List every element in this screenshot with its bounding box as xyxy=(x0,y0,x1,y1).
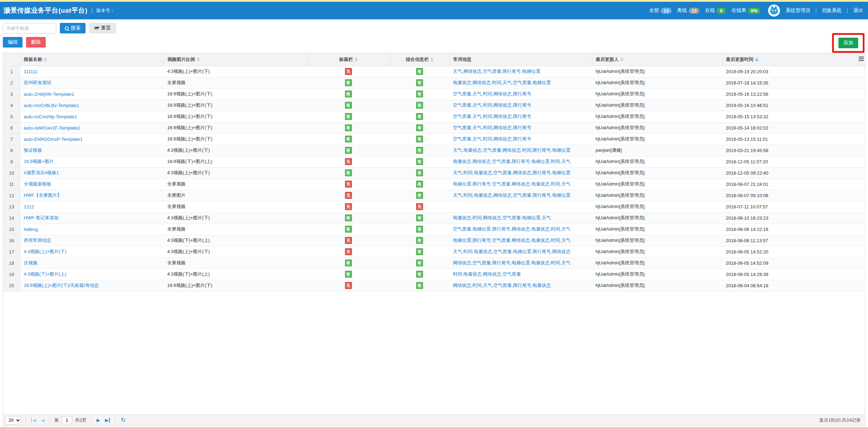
table-row[interactable]: 11111114:3视频(上)+图片(下)无有天气,网络状态,空气质量,限行尾号… xyxy=(3,66,866,77)
table-row[interactable]: 16所有常用信息4:3视频(下)+图片(上)无有电梯位置,限行尾号,空气质量,网… xyxy=(3,235,866,246)
template-name-link[interactable]: 16:9视频(上)+图片(下)/无标题/有信息 xyxy=(24,283,99,288)
table-row[interactable]: 14HWF-笔记本添加4:3视频(上)+图片(下)有有电量状态,时间,网络状态,… xyxy=(3,212,866,224)
table-row[interactable]: 8验证模板4:3视频(上)+图片(下)有有天气,电量状态,空气质量,网络状态,时… xyxy=(3,145,866,156)
switch-system-link[interactable]: 切换系统 xyxy=(822,7,842,14)
common-info-cell: 天气,电量状态,空气质量,网络状态,时间,限行尾号,电梯位置 xyxy=(449,145,592,156)
common-info-link[interactable]: 电梯位置,限行尾号,空气质量,网络状态,电量状态,时间,天气 xyxy=(453,238,571,243)
template-name-link[interactable]: 1212 xyxy=(24,204,34,209)
template-name-link[interactable]: 验证模板 xyxy=(24,147,42,153)
template-name-link[interactable]: 111111 xyxy=(24,69,38,74)
common-info-link[interactable]: 电量状态,时间,网络状态,空气质量,电梯位置,天气 xyxy=(453,215,551,220)
template-name-cell: HWF【全屏图片】 xyxy=(20,190,164,201)
stat-online: 在线 0 xyxy=(705,7,726,14)
common-info-link[interactable]: 天气,时间,电量状态,空气质量,网络状态,限行尾号,电梯位置 xyxy=(453,170,571,175)
table-row[interactable]: 916:9视频+图片16:9视频(下)+图片(上)无有电量状态,网络状态,空气质… xyxy=(3,156,866,167)
common-info-link[interactable]: 空气质量,天气,时间,网络状态,限行尾号 xyxy=(453,114,531,119)
last-update-time-cell: 2019-07-18 14:15:35 xyxy=(722,77,858,88)
common-info-link[interactable]: 网络状态,空气质量,限行尾号,电梯位置,电量状态,时间,天气 xyxy=(453,260,571,265)
table-row[interactable]: 18仅视频全屏视频有有网络状态,空气质量,限行尾号,电梯位置,电量状态,时间,天… xyxy=(3,257,866,269)
info-bar-badge: 有 xyxy=(416,282,423,289)
common-info-link[interactable]: 电梯位置,限行尾号,空气质量,网络状态,电量状态,时间,天气 xyxy=(453,181,571,187)
pagination-controls: 20 ◀ ◀ 第 共2页 ▶ ▶ ↻ xyxy=(5,416,127,425)
delete-button[interactable]: 删除 xyxy=(26,37,46,48)
user-name[interactable]: 系统管理员 xyxy=(786,7,810,14)
table-row[interactable]: 131212全屏视频无无hjUatAdmin[系统管理员]2018-07-11 … xyxy=(3,201,866,212)
version-label: 版本号： xyxy=(96,7,115,14)
next-page-button[interactable]: ▶ xyxy=(95,418,101,422)
search-button[interactable]: 搜索 xyxy=(60,23,86,33)
template-name-link[interactable]: 全视频新模板 xyxy=(24,181,51,187)
common-info-link[interactable]: 空气质量,天气,时间,网络状态,限行尾号 xyxy=(453,91,531,96)
page-number-input[interactable] xyxy=(62,416,72,424)
table-row[interactable]: 4auto-mcCn6LBv-Template116:9视频(上)+图片(下)有… xyxy=(3,100,866,111)
common-info-link[interactable]: 时间,电量状态,网络状态,空气质量 xyxy=(453,271,521,277)
info-bar-cell: 有 xyxy=(390,77,449,88)
title-bar-cell: 有 xyxy=(307,100,390,111)
common-info-link[interactable]: 空气质量,天气,时间,网络状态,限行尾号 xyxy=(453,102,531,108)
template-name-link[interactable]: #灏景演示#模板1 xyxy=(24,170,59,175)
template-name-link[interactable]: 4:3视频(上)+图片(下) xyxy=(24,249,67,254)
template-name-link[interactable]: auto-zeWCwv1F-Template1 xyxy=(24,125,80,131)
columns-menu-header[interactable] xyxy=(858,53,866,66)
table-row[interactable]: 3auto-ZriWjXlh-Template116:9视频(上)+图片(下)有… xyxy=(3,88,866,100)
common-info-link[interactable]: 电量状态,网络状态,时间,天气,空气质量,电梯位置 xyxy=(453,80,551,85)
common-info-link[interactable]: 网络状态,时间,天气,空气质量,限行尾号,电量状态 xyxy=(453,283,551,288)
last-page-button[interactable]: ▶ xyxy=(104,418,111,422)
template-name-link[interactable]: 苏州研发测试 xyxy=(24,80,51,85)
table-row[interactable]: 6auto-zeWCwv1F-Template116:9视频(上)+图片(下)有… xyxy=(3,122,866,133)
table-row[interactable]: 15hafeng全屏视频有有空气质量,电梯位置,限行尾号,网络状态,电量状态,时… xyxy=(3,224,866,235)
last-update-time-cell: 2019-03-21 19:45:58 xyxy=(722,145,858,156)
row-menu-cell xyxy=(858,66,866,77)
col-header-title-bar[interactable]: 标题栏 xyxy=(307,53,390,66)
template-name-link[interactable]: auto-rciCmzNp-Template1 xyxy=(24,114,77,119)
template-name-link[interactable]: HWF-笔记本添加 xyxy=(24,215,59,220)
title-bar-cell: 有 xyxy=(307,122,390,133)
common-info-link[interactable]: 空气质量,电梯位置,限行尾号,网络状态,电量状态,时间,天气 xyxy=(453,226,571,232)
title-bar-badge: 有 xyxy=(345,226,352,233)
template-name-link[interactable]: auto-mcCn6LBv-Template1 xyxy=(24,103,80,108)
reset-button[interactable]: 重置 xyxy=(89,23,116,33)
table-row[interactable]: 194:3视频(下)+图片(上)4:3视频(下)+图片(上)有有时间,电量状态,… xyxy=(3,269,866,280)
common-info-link[interactable]: 天气,时间,电量状态,网络状态,空气质量,限行尾号,电梯位置 xyxy=(453,193,571,198)
row-menu-cell xyxy=(858,235,866,246)
common-info-link[interactable]: 天气,时间,电量状态,空气质量,电梯位置,限行尾号,网络状态 xyxy=(453,249,571,254)
table-row[interactable]: 2016:9视频(上)+图片(下)/无标题/有信息16:9视频(上)+图片(下)… xyxy=(3,280,866,291)
table-row[interactable]: 11全视频新模板全屏视频无有电梯位置,限行尾号,空气质量,网络状态,电量状态,时… xyxy=(3,178,866,190)
table-row[interactable]: 10#灏景演示#模板14:3视频(上)+图片(下)有有天气,时间,电量状态,空气… xyxy=(3,167,866,178)
col-header-video-ratio[interactable]: 视频图片比例 xyxy=(164,53,307,66)
common-info-link[interactable]: 天气,电量状态,空气质量,网络状态,时间,限行尾号,电梯位置 xyxy=(453,147,571,153)
add-button[interactable]: 添加 xyxy=(838,38,858,48)
template-name-link[interactable]: 所有常用信息 xyxy=(24,238,51,243)
table-row[interactable]: 2苏州研发测试全屏视频有有电量状态,网络状态,时间,天气,空气质量,电梯位置hj… xyxy=(3,77,866,88)
col-header-last-updater[interactable]: 最后更新人 xyxy=(592,53,722,66)
common-info-link[interactable]: 电量状态,网络状态,空气质量,限行尾号,电梯位置,时间,天气 xyxy=(453,159,571,164)
template-name-link[interactable]: 仅视频 xyxy=(24,260,38,265)
common-info-link[interactable]: 天气,网络状态,空气质量,限行尾号,电梯位置 xyxy=(453,69,540,74)
search-icon xyxy=(65,26,69,30)
common-info-link[interactable]: 空气质量,天气,时间,网络状态,限行尾号 xyxy=(453,136,531,142)
search-input[interactable] xyxy=(3,23,56,33)
edit-button[interactable]: 编辑 xyxy=(3,37,23,48)
template-name-link[interactable]: 4:3视频(下)+图片(上) xyxy=(24,271,67,277)
template-name-link[interactable]: hafeng xyxy=(24,227,38,232)
table-row[interactable]: 174:3视频(上)+图片(下)4:3视频(上)+图片(下)无有天气,时间,电量… xyxy=(3,246,866,257)
template-name-link[interactable]: 16:9视频+图片 xyxy=(24,159,54,164)
first-page-button[interactable]: ◀ xyxy=(30,418,37,422)
col-header-template-name[interactable]: 模板名称 xyxy=(20,53,164,66)
refresh-button[interactable]: ↻ xyxy=(120,417,127,423)
user-avatar[interactable] xyxy=(768,5,780,17)
logout-link[interactable]: 退出 xyxy=(853,7,863,14)
common-info-link[interactable]: 空气质量,天气,时间,网络状态,限行尾号 xyxy=(453,125,531,130)
template-name-link[interactable]: auto-ENRODmxP-Template1 xyxy=(24,137,83,142)
table-row[interactable]: 12HWF【全屏图片】全屏图片无有天气,时间,电量状态,网络状态,空气质量,限行… xyxy=(3,190,866,201)
table-row[interactable]: 5auto-rciCmzNp-Template116:9视频(上)+图片(下)有… xyxy=(3,111,866,122)
col-header-info-bar[interactable]: 综合信息栏 xyxy=(390,53,449,66)
template-name-link[interactable]: HWF【全屏图片】 xyxy=(24,193,62,198)
template-name-link[interactable]: auto-ZriWjXlh-Template1 xyxy=(24,92,74,97)
page-size-select[interactable]: 20 xyxy=(5,416,21,425)
sort-arrows-icon xyxy=(197,58,200,61)
table-row[interactable]: 7auto-ENRODmxP-Template116:9视频(上)+图片(下)有… xyxy=(3,133,866,145)
col-header-last-update-time[interactable]: 最后更新时间 xyxy=(722,53,858,66)
prev-page-button[interactable]: ◀ xyxy=(40,418,45,422)
info-bar-badge: 有 xyxy=(416,158,423,165)
